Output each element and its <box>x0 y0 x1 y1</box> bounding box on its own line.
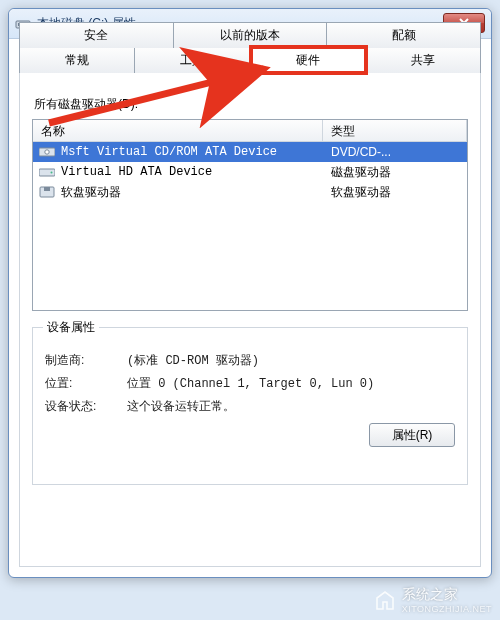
svg-rect-5 <box>39 169 55 176</box>
svg-point-6 <box>51 172 53 174</box>
device-properties-group: 设备属性 制造商: (标准 CD-ROM 驱动器) 位置: 位置 0 (Chan… <box>32 327 468 485</box>
column-name[interactable]: 名称 <box>33 120 323 141</box>
tab-previous-versions[interactable]: 以前的版本 <box>174 22 328 48</box>
list-body: Msft Virtual CD/ROM ATA Device DVD/CD-..… <box>33 142 467 310</box>
list-row[interactable]: Virtual HD ATA Device 磁盘驱动器 <box>33 162 467 182</box>
tab-tools[interactable]: 工具 <box>135 47 250 73</box>
list-row[interactable]: Msft Virtual CD/ROM ATA Device DVD/CD-..… <box>33 142 467 162</box>
location-value: 位置 0 (Channel 1, Target 0, Lun 0) <box>127 375 455 392</box>
column-type[interactable]: 类型 <box>323 120 467 141</box>
tab-security[interactable]: 安全 <box>19 22 174 48</box>
manufacturer-value: (标准 CD-ROM 驱动器) <box>127 352 455 369</box>
properties-dialog: 本地磁盘 (C:) 属性 安全 以前的版本 配额 常规 工具 硬件 共享 所有磁… <box>8 8 492 578</box>
status-label: 设备状态: <box>45 398 127 415</box>
tab-quota[interactable]: 配额 <box>327 22 481 48</box>
hdd-icon <box>39 166 55 178</box>
cdrom-icon <box>39 146 55 158</box>
group-legend: 设备属性 <box>43 319 99 336</box>
properties-button[interactable]: 属性(R) <box>369 423 455 447</box>
watermark-icon <box>374 589 396 611</box>
watermark: 系统之家 XITONGZHIJIA.NET <box>374 586 492 614</box>
svg-rect-8 <box>44 187 50 191</box>
list-header: 名称 类型 <box>33 120 467 142</box>
drive-listview[interactable]: 名称 类型 Msft Virtual CD/ROM ATA Device DVD… <box>32 119 468 311</box>
status-value: 这个设备运转正常。 <box>127 398 455 415</box>
floppy-icon <box>39 186 55 198</box>
tab-sharing[interactable]: 共享 <box>366 47 481 73</box>
location-label: 位置: <box>45 375 127 392</box>
svg-point-4 <box>45 150 49 154</box>
list-row[interactable]: 软盘驱动器 软盘驱动器 <box>33 182 467 202</box>
dialog-content: 安全 以前的版本 配额 常规 工具 硬件 共享 所有磁盘驱动器(D): 名称 类… <box>19 49 481 567</box>
drive-list-label: 所有磁盘驱动器(D): <box>34 96 468 113</box>
tab-bar: 安全 以前的版本 配额 常规 工具 硬件 共享 <box>19 22 481 78</box>
tab-general[interactable]: 常规 <box>19 47 135 73</box>
tab-hardware[interactable]: 硬件 <box>251 47 366 73</box>
manufacturer-label: 制造商: <box>45 352 127 369</box>
